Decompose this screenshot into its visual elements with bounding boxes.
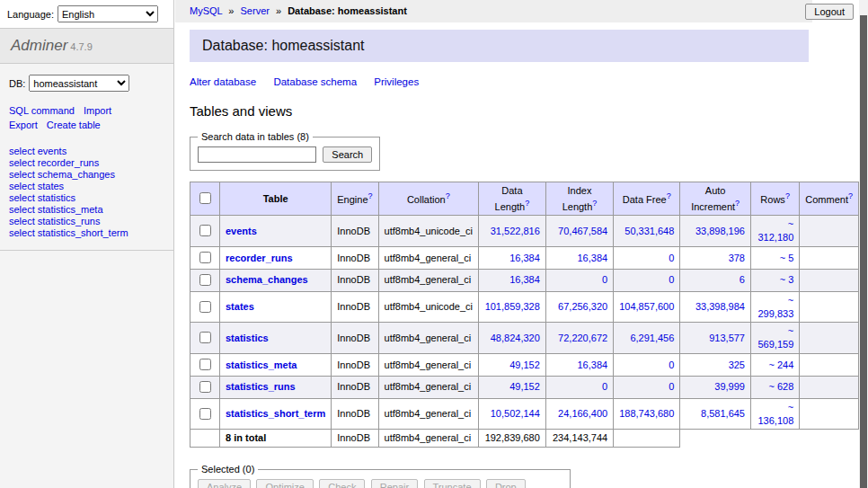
select-link[interactable]: select (9, 146, 35, 156)
select-link[interactable]: select (9, 169, 35, 180)
rows-count-link[interactable]: ~ 3 (780, 274, 794, 285)
data-free-link[interactable]: 6,291,456 (630, 333, 674, 343)
table-link[interactable]: schema_changes (38, 169, 115, 180)
rows-count-link[interactable]: ~ 244 (768, 359, 793, 370)
data-length-link[interactable]: 10,502,144 (491, 408, 540, 419)
table-link[interactable]: statistics (38, 192, 75, 203)
optimize-button[interactable]: Optimize (256, 479, 313, 488)
table-link[interactable]: statistics_runs (38, 216, 101, 226)
data-length-link[interactable]: 16,384 (509, 253, 540, 263)
app-version-link[interactable]: 4.7.9 (70, 41, 92, 52)
rows-count-link[interactable]: ~ 136,108 (758, 402, 794, 426)
rows-count-link[interactable]: ~ 5 (780, 253, 794, 263)
database-schema-link[interactable]: Database schema (273, 76, 357, 87)
search-input[interactable] (198, 146, 316, 163)
table-name-link[interactable]: schema_changes (226, 274, 308, 285)
index-length-link[interactable]: 72,220,672 (558, 333, 607, 343)
select-link[interactable]: select (9, 157, 35, 168)
select-link[interactable]: select (9, 192, 35, 203)
auto-increment-link[interactable]: 378 (729, 253, 745, 263)
help-link[interactable]: ? (735, 199, 740, 208)
table-name-link[interactable]: statistics_runs (226, 381, 296, 392)
row-checkbox[interactable] (199, 381, 211, 393)
index-length-link[interactable]: 67,256,320 (558, 301, 607, 312)
table-link[interactable]: events (38, 146, 66, 156)
drop-button[interactable]: Drop (486, 479, 526, 488)
help-link[interactable]: ? (368, 191, 373, 200)
alter-database-link[interactable]: Alter database (190, 76, 256, 87)
auto-increment-link[interactable]: 6 (740, 274, 745, 285)
sidebar-link-sql-command[interactable]: SQL command (9, 105, 75, 116)
row-checkbox[interactable] (199, 301, 211, 313)
data-free-link[interactable]: 104,857,600 (619, 301, 674, 312)
row-checkbox[interactable] (199, 332, 211, 343)
data-free-link[interactable]: 0 (669, 381, 674, 392)
scrollbar-thumb[interactable] (860, 15, 867, 488)
sidebar-link-export[interactable]: Export (9, 120, 38, 130)
language-select[interactable]: English (58, 5, 158, 22)
sidebar-link-create-table[interactable]: Create table (47, 120, 101, 130)
vertical-scrollbar[interactable] (859, 0, 868, 488)
data-free-link[interactable]: 50,331,648 (624, 226, 674, 236)
table-name-link[interactable]: events (226, 226, 257, 236)
help-link[interactable]: ? (592, 199, 597, 208)
row-checkbox[interactable] (199, 274, 211, 286)
data-length-link[interactable]: 48,824,320 (491, 333, 540, 343)
help-link[interactable]: ? (667, 191, 671, 200)
check-button[interactable]: Check (319, 479, 365, 488)
select-link[interactable]: select (9, 216, 35, 226)
row-checkbox[interactable] (199, 252, 211, 263)
table-name-link[interactable]: recorder_runs (226, 253, 293, 263)
select-all-checkbox[interactable] (199, 192, 211, 204)
help-link[interactable]: ? (446, 191, 450, 200)
index-length-link[interactable]: 16,384 (578, 359, 608, 370)
table-link[interactable]: statistics_short_term (38, 227, 128, 238)
db-select[interactable]: homeassistant (29, 75, 129, 92)
data-length-link[interactable]: 101,859,328 (485, 301, 540, 312)
row-checkbox[interactable] (199, 225, 211, 236)
row-checkbox[interactable] (199, 408, 211, 420)
index-length-link[interactable]: 0 (602, 381, 607, 392)
auto-increment-link[interactable]: 913,577 (709, 333, 745, 343)
search-button[interactable]: Search (323, 146, 372, 163)
row-checkbox[interactable] (199, 359, 211, 370)
auto-increment-link[interactable]: 8,581,645 (701, 408, 745, 419)
index-length-link[interactable]: 0 (602, 274, 607, 285)
select-link[interactable]: select (9, 181, 35, 191)
table-name-link[interactable]: statistics_short_term (226, 408, 325, 419)
table-name-link[interactable]: statistics (226, 333, 269, 343)
data-free-link[interactable]: 0 (669, 274, 674, 285)
logout-button[interactable]: Logout (805, 4, 854, 20)
data-length-link[interactable]: 16,384 (509, 274, 540, 285)
data-free-link[interactable]: 0 (669, 253, 674, 263)
table-link[interactable]: statistics_meta (38, 204, 103, 215)
auto-increment-link[interactable]: 325 (729, 359, 745, 370)
help-link[interactable]: ? (848, 191, 853, 200)
table-name-link[interactable]: states (226, 301, 254, 312)
index-length-link[interactable]: 70,467,584 (558, 226, 607, 236)
table-link[interactable]: states (38, 181, 64, 191)
breadcrumb-link-server[interactable]: Server (241, 5, 270, 16)
table-name-link[interactable]: statistics_meta (226, 359, 297, 370)
auto-increment-link[interactable]: 33,398,984 (695, 301, 745, 312)
index-length-link[interactable]: 24,166,400 (558, 408, 607, 419)
rows-count-link[interactable]: ~ 312,180 (758, 218, 794, 243)
index-length-link[interactable]: 16,384 (578, 253, 608, 263)
privileges-link[interactable]: Privileges (374, 76, 419, 87)
auto-increment-link[interactable]: 39,999 (714, 381, 745, 392)
auto-increment-link[interactable]: 33,898,196 (695, 226, 745, 236)
select-link[interactable]: select (9, 204, 35, 215)
help-link[interactable]: ? (525, 199, 529, 208)
help-link[interactable]: ? (785, 191, 790, 200)
data-free-link[interactable]: 0 (669, 359, 674, 370)
data-length-link[interactable]: 49,152 (509, 381, 540, 392)
analyze-button[interactable]: Analyze (198, 479, 251, 488)
data-free-link[interactable]: 188,743,680 (619, 408, 674, 419)
breadcrumb-link-mysql[interactable]: MySQL (190, 5, 222, 16)
table-link[interactable]: recorder_runs (38, 157, 99, 168)
data-length-link[interactable]: 49,152 (509, 359, 540, 370)
select-link[interactable]: select (9, 227, 35, 238)
rows-count-link[interactable]: ~ 628 (768, 381, 793, 392)
sidebar-link-import[interactable]: Import (84, 105, 111, 116)
repair-button[interactable]: Repair (371, 479, 418, 488)
